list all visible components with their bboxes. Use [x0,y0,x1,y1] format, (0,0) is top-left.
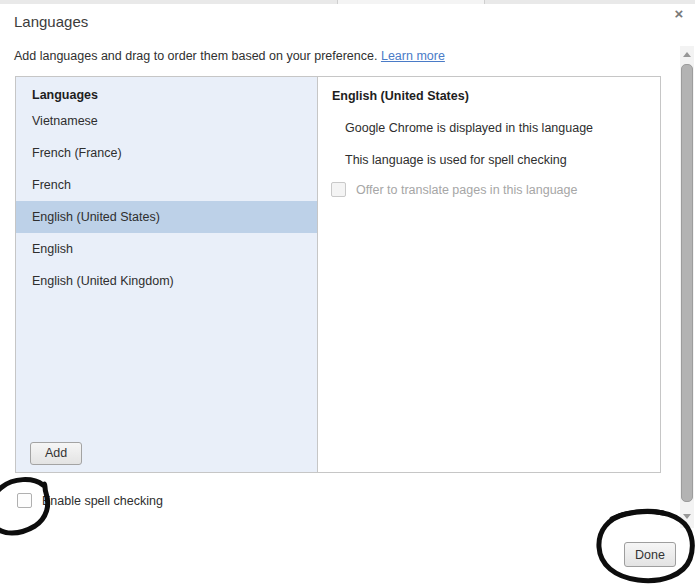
language-list-item[interactable]: French (France) [16,137,317,169]
language-list-item[interactable]: English [16,233,317,265]
language-detail-panel: English (United States) Google Chrome is… [318,77,660,472]
dialog-scrollbar[interactable] [680,46,694,528]
translate-checkbox [331,182,346,197]
language-list-item[interactable]: English (United States) [16,201,317,233]
language-list: VietnameseFrench (France)FrenchEnglish (… [16,105,317,297]
close-icon[interactable]: × [669,4,689,24]
language-list-item[interactable]: French [16,169,317,201]
done-button[interactable]: Done [624,542,676,567]
scrollbar-down-icon[interactable] [683,514,691,519]
dialog-title: Languages [14,13,88,30]
background-search-box-remnant [337,0,485,4]
spellcheck-language-status: This language is used for spell checking [345,153,567,167]
spellcheck-checkbox[interactable] [17,493,32,508]
language-list-item[interactable]: Vietnamese [16,105,317,137]
scrollbar-up-icon[interactable] [683,52,691,57]
dialog-subtitle: Add languages and drag to order them bas… [14,49,445,63]
scrollbar-thumb[interactable] [681,64,693,502]
learn-more-link[interactable]: Learn more [381,49,445,63]
language-list-header: Languages [16,77,317,105]
add-language-button[interactable]: Add [30,442,82,465]
languages-panel-container: Languages VietnameseFrench (France)Frenc… [15,76,661,473]
subtitle-text: Add languages and drag to order them bas… [14,49,377,63]
display-language-status: Google Chrome is displayed in this langu… [345,121,593,135]
language-list-panel: Languages VietnameseFrench (France)Frenc… [16,77,318,472]
spellcheck-option-row: Enable spell checking [17,493,163,508]
annotation-circle-done-overlap [612,511,663,519]
spellcheck-checkbox-label: Enable spell checking [42,494,163,508]
language-list-item[interactable]: English (United Kingdom) [16,265,317,297]
languages-dialog: Languages × Add languages and drag to or… [0,0,695,584]
translate-option-row: Offer to translate pages in this languag… [331,182,577,197]
detail-header: English (United States) [332,89,469,103]
translate-checkbox-label: Offer to translate pages in this languag… [356,183,577,197]
